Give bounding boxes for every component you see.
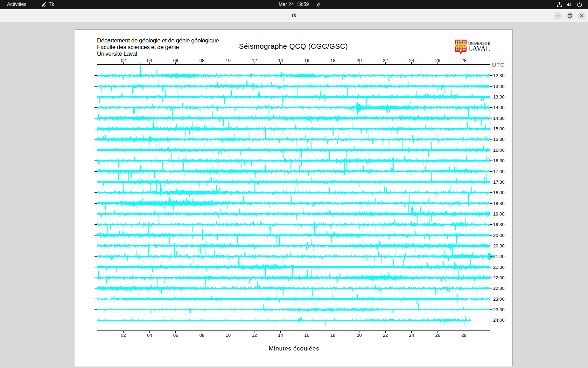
svg-text:26: 26 [435, 333, 440, 338]
svg-text:08: 08 [200, 58, 204, 63]
svg-text:22: 22 [383, 58, 388, 63]
svg-text:16: 16 [304, 58, 309, 63]
svg-text:15:30: 15:30 [493, 137, 505, 142]
svg-text:18:30: 18:30 [493, 201, 505, 206]
svg-text:13:00: 13:00 [493, 84, 505, 89]
svg-text:24: 24 [409, 58, 414, 63]
svg-text:23:00: 23:00 [493, 297, 505, 302]
svg-text:10: 10 [226, 333, 231, 338]
svg-text:20:00: 20:00 [493, 233, 505, 238]
svg-text:12: 12 [252, 333, 257, 338]
svg-text:12:30: 12:30 [493, 73, 505, 78]
svg-text:28: 28 [461, 58, 466, 63]
svg-text:14:30: 14:30 [493, 116, 505, 121]
svg-text:18: 18 [330, 333, 335, 338]
svg-text:04: 04 [147, 333, 152, 338]
svg-text:06: 06 [173, 333, 178, 338]
svg-text:19:30: 19:30 [493, 222, 505, 227]
svg-text:22:30: 22:30 [493, 286, 505, 291]
svg-text:14: 14 [278, 333, 283, 338]
svg-text:19:00: 19:00 [493, 211, 505, 217]
svg-text:02: 02 [121, 333, 126, 338]
svg-text:17:00: 17:00 [493, 169, 505, 174]
svg-text:Département de géologie et de: Département de géologie et de génie géol… [97, 37, 219, 44]
svg-text:24:00: 24:00 [493, 318, 505, 323]
svg-text:08: 08 [200, 333, 204, 338]
svg-text:16: 16 [304, 333, 309, 338]
svg-text:Minutes écoulées: Minutes écoulées [269, 345, 319, 352]
svg-text:12: 12 [252, 58, 257, 63]
svg-text:Université Laval: Université Laval [97, 50, 137, 57]
svg-text:Faculté des sciences et de gén: Faculté des sciences et de génie [97, 44, 179, 50]
svg-text:21:30: 21:30 [493, 265, 505, 270]
svg-text:23:30: 23:30 [493, 307, 505, 312]
svg-text:24: 24 [409, 333, 414, 338]
svg-text:18:00: 18:00 [493, 190, 505, 195]
svg-text:14:00: 14:00 [493, 105, 505, 110]
svg-text:14: 14 [278, 58, 283, 63]
svg-text:17:30: 17:30 [493, 179, 505, 185]
svg-text:LAVAL: LAVAL [468, 44, 490, 53]
svg-text:02: 02 [121, 58, 126, 63]
svg-text:20:30: 20:30 [493, 243, 505, 248]
svg-text:22: 22 [383, 333, 388, 338]
svg-text:UTC: UTC [492, 62, 505, 68]
svg-text:21:00: 21:00 [493, 254, 505, 259]
svg-text:20: 20 [357, 333, 362, 338]
svg-text:06: 06 [173, 58, 178, 63]
svg-text:20: 20 [357, 58, 362, 63]
svg-text:Séismographe QCQ (CGC/GSC): Séismographe QCQ (CGC/GSC) [239, 42, 348, 50]
svg-text:13:30: 13:30 [493, 94, 505, 100]
svg-text:15:00: 15:00 [493, 126, 505, 131]
svg-text:16:30: 16:30 [493, 158, 505, 163]
svg-text:26: 26 [435, 58, 440, 63]
svg-text:16:00: 16:00 [493, 148, 505, 153]
svg-text:04: 04 [147, 58, 152, 63]
svg-text:18: 18 [330, 58, 335, 63]
svg-text:22:00: 22:00 [493, 275, 505, 280]
svg-text:28: 28 [461, 333, 466, 338]
svg-text:10: 10 [226, 58, 231, 63]
